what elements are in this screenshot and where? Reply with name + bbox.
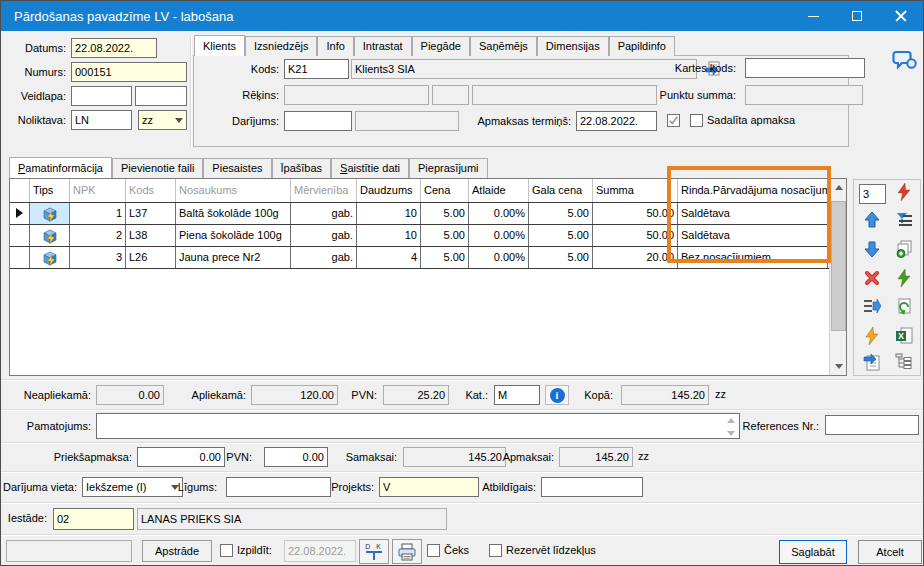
tab--pa-bas[interactable]: Īpašības (272, 158, 332, 178)
projekts-input[interactable]: V (379, 477, 479, 497)
excel-export-button[interactable]: X (895, 328, 913, 346)
cell-atlaide[interactable]: 0.00% (469, 247, 529, 268)
tips-cell[interactable] (30, 247, 70, 268)
column-header-cena[interactable]: Cena (421, 179, 469, 202)
apmaksas-termins-input[interactable]: 22.08.2022. (576, 111, 657, 131)
cell-summa[interactable]: 20.00 (593, 247, 678, 268)
dk-account-button[interactable]: D K (359, 539, 389, 564)
column-header-kods[interactable]: Kods (126, 179, 176, 202)
cell-cena[interactable]: 5.00 (421, 247, 469, 268)
column-header-tips[interactable]: Tips (30, 179, 70, 202)
chat-button[interactable] (892, 49, 918, 73)
tab-papildinfo[interactable]: Papildinfo (609, 36, 675, 56)
tree-view-button[interactable] (895, 354, 913, 372)
tab-pievienotie-faili[interactable]: Pievienotie faili (112, 158, 203, 178)
flash-orange-button[interactable] (863, 328, 881, 346)
cell-merv[interactable]: gab. (291, 247, 357, 268)
paste-rows-button[interactable] (863, 354, 881, 372)
veidlapa-input-2[interactable] (135, 86, 187, 106)
kartes-kods-input[interactable] (745, 58, 865, 78)
darijuma-vieta-combo[interactable]: Iekšzeme (I) (82, 477, 183, 497)
sadalita-apmaksa-checkbox[interactable] (690, 114, 703, 127)
cell-daudzums[interactable]: 4 (357, 247, 421, 268)
cell-cena[interactable]: 5.00 (421, 203, 469, 224)
ligums-input[interactable] (226, 477, 331, 497)
atcelt-button[interactable]: Atcelt (858, 540, 922, 564)
column-header-summa[interactable]: Summa (593, 179, 678, 202)
scroll-up-button[interactable] (830, 179, 847, 196)
close-button[interactable] (879, 1, 923, 31)
column-header-gala[interactable]: Gala cena (529, 179, 593, 202)
row-selector[interactable] (10, 225, 30, 246)
row-count-field[interactable]: 3 (859, 184, 886, 204)
ceks-checkbox[interactable] (427, 544, 440, 557)
apstrade-button[interactable]: Apstrāde (142, 540, 212, 562)
cell-atlaide[interactable]: 0.00% (469, 203, 529, 224)
column-header-daudzums[interactable]: Daudzums (357, 179, 421, 202)
tab-piepras-jumi[interactable]: Pieprasījumi (409, 158, 488, 178)
copy-add-button[interactable] (895, 241, 913, 259)
cell-merv[interactable]: gab. (291, 203, 357, 224)
row-selector[interactable] (10, 247, 30, 268)
cell-npk[interactable]: 3 (70, 247, 126, 268)
print-button[interactable] (392, 539, 422, 564)
cell-daudzums[interactable]: 10 (357, 225, 421, 246)
tab-dimensijas[interactable]: Dimensijas (537, 36, 609, 56)
cell-daudzums[interactable]: 10 (357, 203, 421, 224)
prieksapmaksa-input[interactable]: 0.00 (137, 447, 225, 467)
tab-info[interactable]: Info (317, 36, 353, 56)
vat-info-button[interactable]: i (545, 385, 569, 405)
revert-row-button[interactable] (895, 299, 913, 317)
atbildigais-input[interactable] (541, 477, 643, 497)
cell-summa[interactable]: 50.00 (593, 225, 678, 246)
pamatojums-spinner[interactable] (724, 416, 737, 438)
column-header-nosaukums[interactable]: Nosaukums (176, 179, 291, 202)
apmaksa-checked-checkbox[interactable] (667, 114, 680, 127)
row-selector[interactable] (10, 203, 30, 224)
datums-input[interactable]: 22.08.2022. (71, 38, 157, 58)
darijums-input[interactable] (284, 111, 352, 131)
tab-pamatinform-cija[interactable]: Pamatinformācija (9, 157, 112, 178)
arrow-down-button[interactable] (863, 241, 881, 259)
table-row[interactable]: 2L38Piena šokolāde 100ggab.105.000.00%5.… (10, 225, 846, 247)
flash-red-button[interactable] (895, 184, 913, 202)
pvn2-input[interactable]: 0.00 (264, 447, 328, 467)
cell-cena[interactable]: 5.00 (421, 225, 469, 246)
column-header-merv[interactable]: Mērvienība (291, 179, 357, 202)
izpildit-checkbox[interactable] (220, 544, 233, 557)
cell-merv[interactable]: gab. (291, 225, 357, 246)
tab-piesaistes[interactable]: Piesaistes (203, 158, 271, 178)
grid-vertical-scrollbar[interactable] (829, 179, 846, 375)
table-row[interactable]: 1L37Baltā šokolāde 100ggab.105.000.00%5.… (10, 203, 846, 225)
tab-intrastat[interactable]: Intrastat (354, 36, 412, 56)
column-header-atlaide[interactable]: Atlaide (469, 179, 529, 202)
arrow-up-button[interactable] (863, 212, 881, 230)
cell-rinda[interactable]: Saldētava (678, 225, 828, 246)
minimize-button[interactable] (791, 1, 835, 31)
noliktava-input[interactable]: LN (71, 110, 132, 130)
cell-nosaukums[interactable]: Jauna prece Nr2 (176, 247, 291, 268)
tab-saist-tie-dati[interactable]: Saistītie dati (331, 158, 409, 178)
scrollbar-thumb[interactable] (831, 201, 846, 331)
cell-gala[interactable]: 5.00 (529, 203, 593, 224)
sort-filter-button[interactable] (895, 212, 913, 230)
cell-npk[interactable]: 2 (70, 225, 126, 246)
table-row[interactable]: 3L26Jauna prece Nr2gab.45.000.00%5.0020.… (10, 247, 846, 269)
iestade-code-input[interactable]: 02 (53, 508, 134, 530)
cell-kods[interactable]: L38 (126, 225, 176, 246)
delete-row-button[interactable] (863, 270, 881, 288)
references-input[interactable] (825, 415, 919, 435)
cell-gala[interactable]: 5.00 (529, 225, 593, 246)
pamatojums-input[interactable] (96, 413, 740, 439)
numurs-input[interactable]: 000151 (71, 62, 187, 82)
kat-input[interactable]: M (494, 385, 540, 405)
flash-green-button[interactable] (895, 270, 913, 288)
cell-nosaukums[interactable]: Baltā šokolāde 100g (176, 203, 291, 224)
scroll-down-button[interactable] (830, 358, 847, 375)
rezervet-checkbox[interactable] (489, 544, 502, 557)
insert-rows-button[interactable] (863, 299, 881, 317)
cell-atlaide[interactable]: 0.00% (469, 225, 529, 246)
cell-summa[interactable]: 50.00 (593, 203, 678, 224)
maximize-button[interactable] (835, 1, 879, 31)
cell-gala[interactable]: 5.00 (529, 247, 593, 268)
